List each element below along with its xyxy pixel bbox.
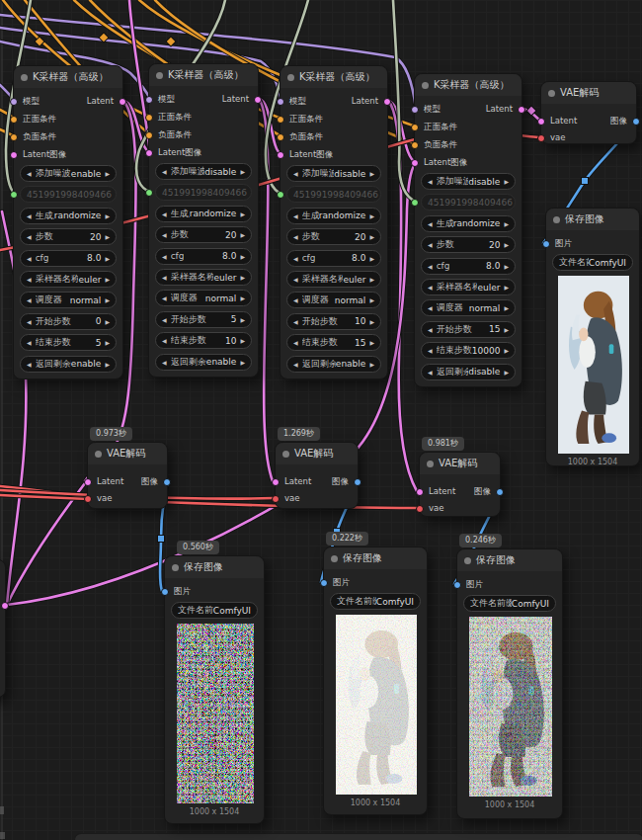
widget-decrement-icon[interactable]: ◀: [426, 284, 435, 291]
input-slot-vae[interactable]: [84, 495, 92, 503]
reroute-diamond-dot[interactable]: [99, 33, 109, 42]
widget-decrement-icon[interactable]: ◀: [25, 361, 34, 368]
widget-increment-icon[interactable]: ▶: [103, 276, 112, 283]
widget-decrement-icon[interactable]: ◀: [25, 318, 34, 325]
output-slot-latent[interactable]: [518, 106, 525, 114]
input-slot-negative[interactable]: [411, 141, 419, 149]
widget-decrement-icon[interactable]: ◀: [160, 359, 169, 366]
widget-end-at-step[interactable]: ◀结束步数10▶: [155, 332, 252, 349]
input-slot-positive[interactable]: [145, 114, 153, 122]
widget-increment-icon[interactable]: ▶: [103, 361, 112, 368]
collapse-dot-icon[interactable]: [464, 557, 471, 564]
widget-increment-icon[interactable]: ▶: [103, 255, 112, 262]
input-slot-model[interactable]: [411, 106, 419, 114]
widget-steps[interactable]: ◀步数20▶: [155, 226, 252, 243]
input-slot-samples[interactable]: [537, 118, 545, 126]
collapse-dot-icon[interactable]: [548, 90, 555, 97]
output-slot-latent[interactable]: [119, 98, 126, 106]
widget-control-after-generate[interactable]: ◀生成后控制randomize▶: [20, 208, 117, 224]
node-title-bar[interactable]: K采样器（高级）: [281, 66, 387, 88]
output-slot-latent[interactable]: [1, 602, 9, 610]
node-title-bar[interactable]: VAE解码: [420, 453, 500, 474]
input-slot-images[interactable]: [542, 240, 550, 248]
widget-increment-icon[interactable]: ▶: [502, 304, 511, 311]
widget-cfg[interactable]: ◀cfg8.0▶: [155, 248, 252, 265]
widget-steps[interactable]: ◀步数20▶: [286, 228, 381, 245]
collapse-dot-icon[interactable]: [95, 451, 102, 458]
widget-decrement-icon[interactable]: ◀: [291, 339, 300, 346]
widget-decrement-icon[interactable]: ◀: [25, 339, 34, 346]
widget-filename-prefix[interactable]: 文件名前缀ComfyUI: [552, 254, 633, 271]
widget-end-at-step[interactable]: ◀结束步数5▶: [20, 334, 117, 351]
input-slot-negative[interactable]: [277, 133, 284, 141]
widget-start-at-step[interactable]: ◀开始步数5▶: [155, 311, 252, 328]
widget-add-noise[interactable]: ◀添加噪波disable▶: [421, 173, 516, 190]
widget-return-leftover-noise[interactable]: ◀返回剩余噪波disable▶: [421, 364, 516, 380]
collapse-dot-icon[interactable]: [331, 555, 338, 562]
widget-decrement-icon[interactable]: ◀: [25, 233, 34, 240]
input-slot-latent-image[interactable]: [10, 151, 18, 159]
input-slot-model[interactable]: [145, 96, 153, 104]
widget-return-leftover-noise[interactable]: ◀返回剩余噪波enable▶: [286, 356, 381, 373]
widget-seed[interactable]: 随机种451991998409466: [20, 186, 117, 203]
widget-increment-icon[interactable]: ▶: [103, 170, 112, 177]
collapse-dot-icon[interactable]: [553, 216, 560, 223]
widget-increment-icon[interactable]: ▶: [103, 318, 112, 325]
input-slot-samples[interactable]: [272, 478, 280, 486]
widget-decrement-icon[interactable]: ◀: [291, 212, 300, 219]
collapse-dot-icon[interactable]: [287, 74, 294, 81]
input-slot-model[interactable]: [277, 98, 284, 106]
widget-add-noise[interactable]: ◀添加噪波enable▶: [20, 165, 117, 182]
output-slot-image[interactable]: [496, 488, 504, 496]
reroute-diamond-dot[interactable]: [526, 106, 536, 116]
widget-filename-prefix[interactable]: 文件名前缀ComfyUI: [171, 602, 258, 619]
widget-scheduler[interactable]: ◀调度器normal▶: [20, 292, 117, 308]
widget-end-at-step[interactable]: ◀结束步数15▶: [286, 334, 381, 351]
reroute-diamond-dot[interactable]: [166, 37, 176, 46]
output-slot-image[interactable]: [354, 478, 361, 486]
input-slot-samples[interactable]: [84, 478, 92, 486]
node-title-bar[interactable]: VAE解码: [276, 443, 358, 464]
widget-decrement-icon[interactable]: ◀: [426, 178, 435, 185]
image-preview[interactable]: [336, 615, 417, 795]
widget-increment-icon[interactable]: ▶: [502, 220, 511, 227]
input-slot-images[interactable]: [453, 581, 461, 589]
widget-decrement-icon[interactable]: ◀: [160, 337, 169, 344]
input-slot-latent-image[interactable]: [145, 149, 153, 157]
input-slot-vae[interactable]: [537, 134, 545, 142]
widget-decrement-icon[interactable]: ◀: [291, 296, 300, 303]
node-vae-decode-top[interactable]: VAE解码Latentvae图像: [540, 81, 637, 144]
widget-decrement-icon[interactable]: ◀: [426, 347, 435, 354]
widget-add-noise[interactable]: ◀添加噪波disable▶: [155, 163, 252, 180]
collapse-dot-icon[interactable]: [282, 451, 289, 458]
widget-increment-icon[interactable]: ▶: [367, 296, 376, 303]
collapse-dot-icon[interactable]: [422, 82, 429, 89]
reroute-square-dot[interactable]: [582, 178, 589, 185]
output-slot-image[interactable]: [632, 118, 640, 126]
widget-seed[interactable]: 随机种451991998409466: [421, 194, 516, 210]
input-slot-images[interactable]: [161, 588, 169, 596]
reroute-diamond-dot[interactable]: [35, 37, 44, 46]
widget-decrement-icon[interactable]: ◀: [25, 276, 34, 283]
collapse-dot-icon[interactable]: [427, 461, 434, 467]
collapse-dot-icon[interactable]: [21, 74, 28, 81]
widget-add-noise[interactable]: ◀添加噪波disable▶: [286, 165, 381, 182]
widget-sampler-name[interactable]: ◀采样器名称euler▶: [20, 271, 117, 288]
node-title-bar[interactable]: VAE解码: [88, 443, 167, 464]
widget-sampler-name[interactable]: ◀采样器名称euler▶: [155, 269, 252, 286]
widget-return-leftover-noise[interactable]: ◀返回剩余噪波enable▶: [155, 354, 252, 371]
node-ksampler-2[interactable]: K采样器（高级）模型正面条件负面条件Latent图像Latent◀添加噪波dis…: [148, 63, 259, 378]
widget-increment-icon[interactable]: ▶: [103, 212, 112, 219]
widget-increment-icon[interactable]: ▶: [103, 296, 112, 303]
widget-seed[interactable]: 随机种451991998409466: [286, 186, 381, 203]
widget-decrement-icon[interactable]: ◀: [291, 361, 300, 368]
node-save-image-1[interactable]: 0.560秒保存图像图片文件名前缀ComfyUI1000 x 1504: [164, 555, 265, 824]
widget-cfg[interactable]: ◀cfg8.0▶: [286, 250, 381, 267]
node-ksampler-1[interactable]: K采样器（高级）模型正面条件负面条件Latent图像Latent◀添加噪波ena…: [13, 65, 123, 379]
widget-decrement-icon[interactable]: ◀: [426, 263, 435, 270]
widget-decrement-icon[interactable]: ◀: [25, 170, 34, 177]
widget-increment-icon[interactable]: ▶: [238, 359, 247, 366]
widget-increment-icon[interactable]: ▶: [238, 274, 247, 281]
node-title-bar[interactable]: VAE解码: [541, 82, 636, 104]
widget-start-at-step[interactable]: ◀开始步数0▶: [20, 313, 117, 330]
